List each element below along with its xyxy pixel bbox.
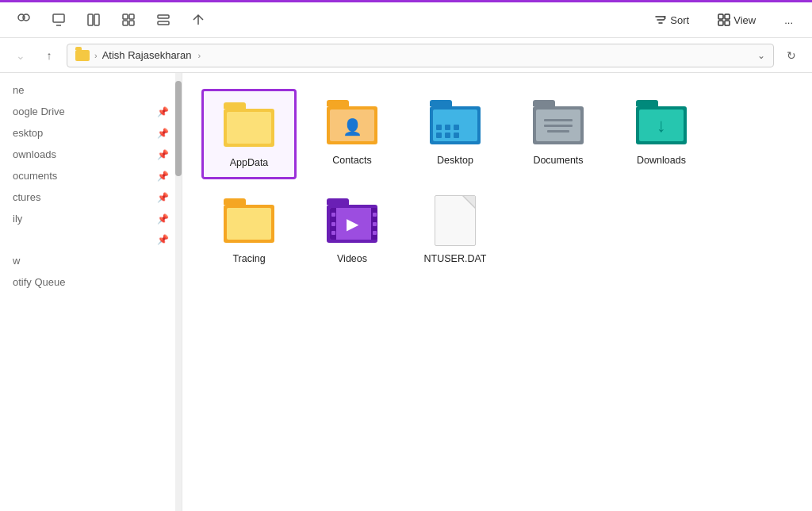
pin-icon-7: 📌 [157,234,169,245]
scrollbar-track [175,73,182,511]
view-button[interactable]: View [711,10,762,29]
folder-icon-documents [530,97,587,148]
folder-icon-appdata [220,99,278,150]
toolbar-icon-3[interactable] [82,9,105,31]
pin-icon-5: 📌 [157,192,169,203]
address-folder-icon [75,50,90,61]
sidebar-item-7[interactable]: 📌 [0,229,175,250]
up-button[interactable]: ↑ [38,44,60,67]
breadcrumb-text: Atish Rajasekharan [102,49,192,61]
file-item-tracing[interactable]: Tracing [201,187,297,273]
file-grid: AppData 👤 Contacts [201,89,793,274]
sidebar-item-4[interactable]: ocuments 📌 [0,165,175,186]
svg-rect-11 [718,14,723,19]
file-item-documents[interactable]: Documents [511,89,606,179]
svg-point-1 [23,14,29,21]
sidebar-label-0: ne [13,84,169,96]
sidebar-label-4: ocuments [13,170,152,182]
more-button[interactable]: ... [778,11,799,29]
folder-icon-videos: ▶ [324,195,381,246]
file-item-appdata[interactable]: AppData [201,89,297,179]
toolbar-icon-6[interactable] [187,9,209,31]
file-label-tracing: Tracing [232,252,265,265]
sidebar-content: ne oogle Drive 📌 esktop 📌 ownloads 📌 ocu… [0,73,175,299]
file-item-contacts[interactable]: 👤 Contacts [304,89,400,179]
file-label-documents: Documents [533,154,583,167]
scrollbar-thumb[interactable] [175,81,182,176]
pin-icon-6: 📌 [157,213,169,225]
toolbar-icon-5[interactable] [152,9,174,31]
file-label-videos: Videos [337,252,367,265]
sidebar-item-6[interactable]: ily 📌 [0,208,175,229]
sidebar-label-2: esktop [13,127,152,139]
svg-rect-2 [53,14,64,22]
folder-icon-downloads: ↓ [633,97,690,148]
svg-rect-4 [94,14,99,25]
sidebar-label-8: w [13,255,169,267]
file-item-videos[interactable]: ▶ Vi [304,187,400,273]
svg-rect-12 [725,14,730,19]
file-item-downloads[interactable]: ↓ Downloads [614,89,709,179]
toolbar-icon-4[interactable] [117,9,140,31]
sidebar-item-5[interactable]: ctures 📌 [0,186,175,208]
address-dropdown-arrow[interactable]: ⌄ [757,50,765,61]
sidebar-item-8[interactable]: w [0,250,175,271]
file-label-desktop: Desktop [437,154,473,167]
svg-rect-5 [123,14,128,19]
toolbar-right: Sort View ... [648,10,799,29]
svg-rect-13 [718,21,723,25]
toolbar: Sort View ... [0,0,812,38]
pin-icon-3: 📌 [157,149,169,160]
address-chevron-1: › [94,51,98,60]
sidebar-item-1[interactable]: oogle Drive 📌 [0,101,175,122]
sidebar-item-3[interactable]: ownloads 📌 [0,144,175,165]
nav-bar: ⌄ ↑ › Atish Rajasekharan › ⌄ ↻ [0,38,812,73]
back-button[interactable]: ⌄ [10,44,32,67]
file-label-ntuser: NTUSER.DAT [424,252,487,265]
folder-icon-contacts: 👤 [324,97,381,148]
svg-rect-9 [158,15,169,18]
sidebar-item-0[interactable]: ne [0,79,175,101]
sort-button[interactable]: Sort [648,10,695,29]
sidebar-label-5: ctures [13,191,152,203]
sidebar-label-3: ownloads [13,148,152,160]
address-bar[interactable]: › Atish Rajasekharan › ⌄ [67,44,774,67]
pin-icon-1: 📌 [157,106,169,117]
file-label-downloads: Downloads [637,154,686,167]
content-area: AppData 👤 Contacts [182,73,812,511]
svg-rect-7 [123,21,128,25]
file-label-appdata: AppData [230,156,269,169]
sidebar-label-9: otify Queue [13,276,169,288]
file-item-desktop[interactable]: Desktop [408,89,503,179]
toolbar-icon-2[interactable] [48,9,70,31]
sidebar: ne oogle Drive 📌 esktop 📌 ownloads 📌 ocu… [0,73,182,511]
sidebar-item-9[interactable]: otify Queue [0,271,175,293]
toolbar-icon-1[interactable] [13,9,35,31]
sidebar-label-6: ily [13,213,152,225]
svg-rect-3 [88,14,93,25]
svg-rect-14 [725,21,730,25]
file-item-ntuser[interactable]: NTUSER.DAT [408,187,503,273]
toolbar-icons [13,9,632,31]
main-layout: ne oogle Drive 📌 esktop 📌 ownloads 📌 ocu… [0,73,812,511]
pin-icon-2: 📌 [157,128,169,139]
folder-icon-tracing [220,195,278,246]
sidebar-label-1: oogle Drive [13,106,152,117]
file-icon-ntuser [427,195,484,246]
svg-rect-10 [158,21,169,25]
folder-icon-desktop [427,97,484,148]
svg-rect-6 [129,14,134,19]
pin-icon-4: 📌 [157,171,169,182]
svg-rect-8 [129,21,134,25]
file-label-contacts: Contacts [332,154,371,167]
sidebar-item-2[interactable]: esktop 📌 [0,122,175,144]
address-chevron-2: › [197,51,201,60]
refresh-button[interactable]: ↻ [780,44,802,67]
